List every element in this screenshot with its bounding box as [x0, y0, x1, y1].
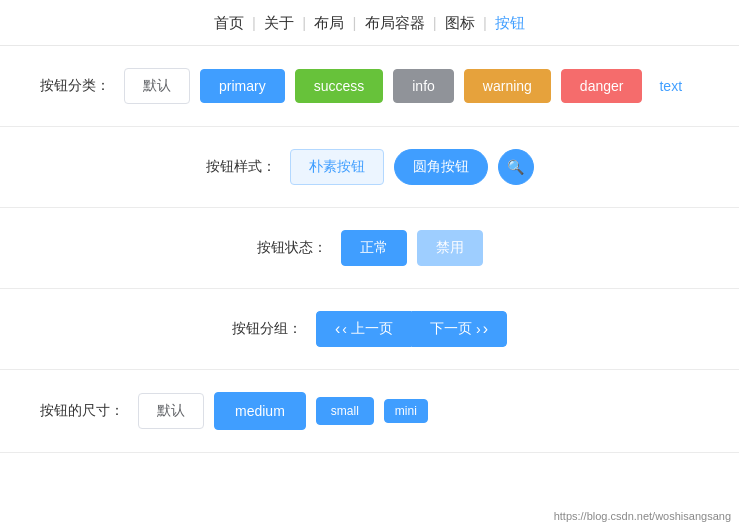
nav-sep-3: | — [353, 14, 357, 31]
nav-item-about[interactable]: 关于 — [264, 14, 294, 31]
nav-sep-4: | — [433, 14, 437, 31]
btn-success[interactable]: success — [295, 69, 384, 103]
section-btn-sizes-label: 按钮的尺寸： — [40, 402, 124, 420]
btn-states-row: 正常 禁用 — [341, 230, 483, 266]
chevron-left-icon: ‹ — [342, 321, 347, 337]
btn-size-mini[interactable]: mini — [384, 399, 428, 423]
nav-item-home[interactable]: 首页 — [214, 14, 244, 31]
btn-prev-label: 上一页 — [351, 320, 393, 338]
nav-sep-5: | — [483, 14, 487, 31]
btn-warning[interactable]: warning — [464, 69, 551, 103]
btn-next[interactable]: 下一页 › — [411, 311, 507, 347]
section-btn-group-label: 按钮分组： — [232, 320, 302, 338]
btn-size-small[interactable]: small — [316, 397, 374, 425]
btn-info[interactable]: info — [393, 69, 454, 103]
btn-danger[interactable]: danger — [561, 69, 643, 103]
btn-default[interactable]: 默认 — [124, 68, 190, 104]
section-btn-sizes: 按钮的尺寸： 默认 medium small mini — [0, 370, 739, 453]
section-btn-states: 按钮状态： 正常 禁用 — [0, 208, 739, 289]
btn-group-container: ‹ 上一页 下一页 › — [316, 311, 507, 347]
btn-text[interactable]: text — [652, 69, 689, 103]
btn-types-row: 默认 primary success info warning danger t… — [124, 68, 689, 104]
section-btn-types: 按钮分类： 默认 primary success info warning da… — [0, 46, 739, 127]
btn-size-medium[interactable]: medium — [214, 392, 306, 430]
btn-disabled: 禁用 — [417, 230, 483, 266]
btn-circle[interactable]: 🔍 — [498, 149, 534, 185]
section-btn-types-label: 按钮分类： — [40, 77, 110, 95]
section-btn-states-label: 按钮状态： — [257, 239, 327, 257]
btn-round[interactable]: 圆角按钮 — [394, 149, 488, 185]
btn-prev[interactable]: ‹ 上一页 — [316, 311, 411, 347]
btn-normal[interactable]: 正常 — [341, 230, 407, 266]
btn-plain[interactable]: 朴素按钮 — [290, 149, 384, 185]
nav-item-container[interactable]: 布局容器 — [365, 14, 425, 31]
search-icon: 🔍 — [507, 159, 524, 175]
nav-bar: 首页 | 关于 | 布局 | 布局容器 | 图标 | 按钮 — [0, 0, 739, 46]
nav-item-button[interactable]: 按钮 — [495, 14, 525, 31]
section-btn-styles: 按钮样式： 朴素按钮 圆角按钮 🔍 — [0, 127, 739, 208]
btn-primary[interactable]: primary — [200, 69, 285, 103]
btn-size-default[interactable]: 默认 — [138, 393, 204, 429]
nav-item-layout[interactable]: 布局 — [314, 14, 344, 31]
section-btn-styles-label: 按钮样式： — [206, 158, 276, 176]
nav-sep-2: | — [302, 14, 306, 31]
btn-styles-row: 朴素按钮 圆角按钮 🔍 — [290, 149, 534, 185]
section-btn-group: 按钮分组： ‹ 上一页 下一页 › — [0, 289, 739, 370]
chevron-right-icon: › — [476, 321, 481, 337]
nav-sep-1: | — [252, 14, 256, 31]
btn-sizes-row: 默认 medium small mini — [138, 392, 428, 430]
btn-next-label: 下一页 — [430, 320, 472, 338]
nav-item-icon[interactable]: 图标 — [445, 14, 475, 31]
